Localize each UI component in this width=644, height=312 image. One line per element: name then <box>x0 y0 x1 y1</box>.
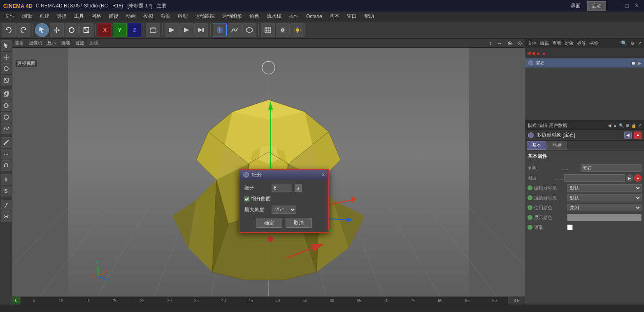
object-delete-button[interactable]: ● <box>634 132 642 139</box>
lt-scale-btn[interactable] <box>1 75 12 86</box>
prop-editor-select[interactable]: 默认 开启 关闭 <box>567 184 642 192</box>
tab-basic[interactable]: 基本 <box>527 141 546 150</box>
menu-item-文件[interactable]: 文件 <box>2 12 18 21</box>
object-space-button[interactable] <box>146 23 160 37</box>
undo-button[interactable] <box>2 23 16 37</box>
lt-cube-btn[interactable] <box>1 89 12 99</box>
viewport-menu-panel[interactable]: 面板 <box>89 40 98 46</box>
menu-item-脚本[interactable]: 脚本 <box>326 12 343 21</box>
props-userdata-menu[interactable]: 用户数据 <box>549 122 567 129</box>
lt-spline-btn[interactable] <box>1 123 12 134</box>
z-axis-button[interactable]: Z <box>128 23 142 37</box>
menu-item-编辑[interactable]: 编辑 <box>19 12 35 21</box>
menu-item-流水线[interactable]: 流水线 <box>263 12 285 21</box>
prop-layer-circle[interactable]: ● <box>634 174 642 182</box>
render-view-button[interactable] <box>276 23 290 37</box>
mesh-button[interactable] <box>242 23 256 37</box>
viewport-menu-camera[interactable]: 摄像机 <box>29 40 42 46</box>
viewport-menu-display[interactable]: 显示 <box>47 40 56 46</box>
sm-menu-view[interactable]: 查看 <box>552 40 561 46</box>
prop-transparency-checkbox[interactable] <box>567 224 573 230</box>
menu-item-雕刻[interactable]: 雕刻 <box>174 12 191 21</box>
menu-item-选择[interactable]: 选择 <box>53 12 70 21</box>
y-axis-button[interactable]: Y <box>113 23 127 37</box>
menu-item-运动跟踪[interactable]: 运动跟踪 <box>192 12 218 21</box>
lt-select-btn[interactable] <box>1 40 12 51</box>
sm-menu-file[interactable]: 文件 <box>528 40 537 46</box>
rotate-tool-button[interactable] <box>65 23 79 37</box>
menu-item-运动图形[interactable]: 运动图形 <box>219 12 245 21</box>
lt-rotate-btn[interactable] <box>1 63 12 74</box>
search-icon[interactable]: 🔍 <box>621 40 627 46</box>
timeline-bar[interactable]: 0 5 10 15 20 25 30 35 40 45 50 55 60 65 … <box>12 296 525 305</box>
lt-dollar-btn[interactable]: $ <box>1 174 12 185</box>
max-angle-input[interactable]: 25 ° <box>272 206 296 214</box>
lt-poly-btn[interactable] <box>1 112 12 122</box>
sm-menu-object[interactable]: 对象 <box>565 40 574 46</box>
smooth-check-label[interactable]: 细分曲面 <box>251 195 271 202</box>
redo-button[interactable] <box>16 23 30 37</box>
play-end-button[interactable] <box>194 23 208 37</box>
sm-menu-edit[interactable]: 编辑 <box>540 40 549 46</box>
menu-item-渲染[interactable]: 渲染 <box>157 12 174 21</box>
viewport[interactable]: 查看 摄像机 显示 连项 过滤 面板 ↕ ↔ ⊕ ⊙ <box>12 39 525 312</box>
menu-item-工具[interactable]: 工具 <box>71 12 87 21</box>
perspective-button[interactable] <box>213 23 227 37</box>
object-settings-button[interactable]: ◀ <box>624 132 632 139</box>
prop-color-swatch[interactable] <box>567 214 642 221</box>
menu-item-Octane[interactable]: Octane <box>303 13 325 20</box>
prop-use-color-select[interactable]: 关闭 开启 始终 <box>567 204 642 211</box>
select-tool-button[interactable] <box>35 23 49 37</box>
layout-mode[interactable]: 启动 <box>587 1 606 11</box>
light-button[interactable] <box>291 23 305 37</box>
wireframe-button[interactable] <box>261 23 275 37</box>
props-edit-menu[interactable]: 编辑 <box>538 122 547 129</box>
lt-knife-btn[interactable] <box>1 137 12 148</box>
lt-magnet-btn[interactable] <box>1 160 12 171</box>
viewport-menu-options[interactable]: 连项 <box>61 40 70 46</box>
lt-twist-btn[interactable] <box>1 211 12 222</box>
lt-sphere-btn[interactable] <box>1 100 12 111</box>
move-tool-button[interactable] <box>50 23 64 37</box>
prop-render-select[interactable]: 默认 开启 关闭 <box>567 194 642 201</box>
menu-item-插件[interactable]: 插件 <box>286 12 302 21</box>
play-button[interactable] <box>179 23 193 37</box>
menu-item-角色[interactable]: 角色 <box>246 12 263 21</box>
viewport-canvas[interactable]: X Y Z 透视视图 <box>12 48 525 312</box>
lt-bend-btn[interactable] <box>1 200 12 210</box>
menu-item-帮助[interactable]: 帮助 <box>361 12 377 21</box>
prop-layer-add[interactable]: ▶ <box>626 174 633 182</box>
viewport-menu-view[interactable]: 查看 <box>15 40 24 46</box>
lt-bridge-btn[interactable] <box>1 149 12 159</box>
menu-item-动画[interactable]: 动画 <box>123 12 139 21</box>
menu-item-创建[interactable]: 创建 <box>36 12 53 21</box>
props-search[interactable]: 🔍 <box>619 123 624 128</box>
lt-move-btn[interactable] <box>1 52 12 62</box>
prop-layer-input[interactable] <box>564 174 625 182</box>
dialog-close-button[interactable]: × <box>322 171 325 178</box>
menu-item-模拟[interactable]: 模拟 <box>140 12 156 21</box>
play-start-button[interactable] <box>165 23 179 37</box>
lt-s-btn[interactable]: S <box>1 186 12 196</box>
menu-item-网格[interactable]: 网格 <box>88 12 105 21</box>
subdivisions-input[interactable] <box>272 184 292 192</box>
sm-expand[interactable]: ↗ <box>638 41 642 46</box>
menu-item-窗口[interactable]: 窗口 <box>344 12 360 21</box>
sm-settings[interactable]: ⚙ <box>630 41 635 46</box>
subdivisions-spinner-up[interactable]: ▲ <box>295 184 302 192</box>
sm-menu-tag[interactable]: 标签 <box>577 40 586 46</box>
prop-name-input[interactable] <box>581 164 642 172</box>
x-axis-button[interactable]: X <box>98 23 112 37</box>
ok-button[interactable]: 确定 <box>256 218 282 228</box>
props-expand[interactable]: ↗ <box>638 123 642 128</box>
scale-tool-button[interactable] <box>79 23 93 37</box>
viewport-menu-filter[interactable]: 过滤 <box>75 40 84 46</box>
scene-item-gem[interactable]: 宝石 🔲 ▶ <box>525 58 644 67</box>
tab-coord[interactable]: 坐标 <box>547 141 567 150</box>
sm-menu-bookmark[interactable]: 书签 <box>589 40 598 46</box>
cancel-button[interactable]: 取消 <box>286 218 312 228</box>
maximize-button[interactable]: □ <box>623 2 631 10</box>
close-button[interactable]: × <box>632 2 641 10</box>
dialog-titlebar[interactable]: 细分 × <box>239 170 328 180</box>
props-nav-left[interactable]: ◀ <box>608 123 611 128</box>
